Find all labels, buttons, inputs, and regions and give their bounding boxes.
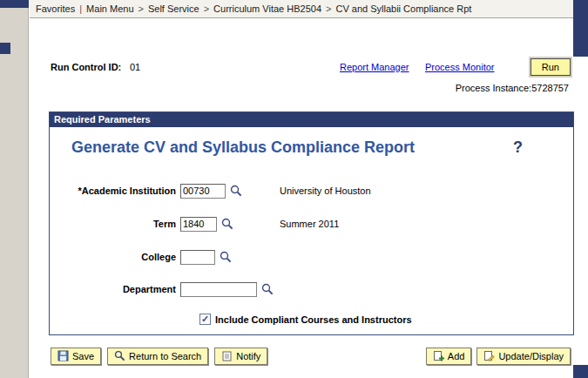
notify-button-label: Notify <box>236 351 260 361</box>
toolbar-right-group: Add Update/Display <box>426 348 571 365</box>
academic-institution-label: *Academic Institution <box>50 186 176 196</box>
department-label: Department <box>50 284 176 294</box>
college-label: College <box>50 252 176 262</box>
add-icon <box>433 350 444 363</box>
required-parameters-panel: Required Parameters Generate CV and Syll… <box>49 111 574 335</box>
college-row: College <box>50 248 573 266</box>
return-to-search-icon <box>114 350 125 363</box>
term-lookup-icon[interactable] <box>220 217 234 232</box>
include-compliant-checkbox[interactable]: ✓ <box>199 314 211 325</box>
page-title: Generate CV and Syllabus Compliance Repo… <box>71 138 415 157</box>
include-compliant-row: ✓ Include Compliant Courses and Instruct… <box>199 314 412 325</box>
right-frame-bottom <box>573 365 588 378</box>
update-display-button[interactable]: Update/Display <box>476 348 571 365</box>
term-input[interactable] <box>180 217 217 232</box>
academic-institution-row: *Academic Institution University of Hous… <box>50 182 573 199</box>
term-description: Summer 2011 <box>280 219 339 229</box>
academic-institution-description: University of Houston <box>280 186 371 196</box>
save-button-label: Save <box>72 351 94 361</box>
page-content: Favorites|Main Menu>Self Service>Curricu… <box>30 0 573 378</box>
checkbox-check-mark: ✓ <box>201 314 209 324</box>
college-input[interactable] <box>180 250 215 265</box>
help-icon[interactable]: ? <box>513 138 523 157</box>
department-lookup-icon[interactable] <box>260 282 274 297</box>
add-button-label: Add <box>448 351 465 361</box>
breadcrumb-favorites[interactable]: Favorites <box>36 3 75 14</box>
breadcrumb: Favorites|Main Menu>Self Service>Curricu… <box>30 0 573 18</box>
return-to-search-button[interactable]: Return to Search <box>107 348 208 365</box>
panel-header: Required Parameters <box>50 112 573 127</box>
breadcrumb-main-menu[interactable]: Main Menu <box>86 3 133 14</box>
college-lookup-icon[interactable] <box>218 250 233 265</box>
peoplesoft-run-control-page: Favorites|Main Menu>Self Service>Curricu… <box>0 0 588 378</box>
toolbar-left-group: Save Return to Search Notify <box>51 348 267 365</box>
breadcrumb-current-page: CV and Syllabii Compliance Rpt <box>335 3 471 14</box>
left-frame-strip <box>0 0 29 378</box>
top-left-corner-decoration <box>0 0 29 8</box>
page-toolbar: Save Return to Search Notify Add <box>30 348 573 367</box>
department-row: Department <box>50 280 573 298</box>
department-input[interactable] <box>180 282 257 297</box>
notify-icon <box>221 350 233 363</box>
update-display-button-label: Update/Display <box>498 351 564 361</box>
breadcrumb-separator: > <box>326 3 331 14</box>
process-instance-text: Process Instance:5728757 <box>456 83 569 93</box>
add-button[interactable]: Add <box>426 348 472 365</box>
report-manager-link[interactable]: Report Manager <box>340 62 409 72</box>
academic-institution-lookup-icon[interactable] <box>228 184 243 199</box>
notify-button[interactable]: Notify <box>214 348 267 365</box>
breadcrumb-curriculum-vitae[interactable]: Curriculum Vitae HB2504 <box>213 3 321 14</box>
update-display-icon <box>483 350 495 363</box>
term-row: Term Summer 2011 <box>50 215 573 233</box>
return-to-search-button-label: Return to Search <box>129 351 201 361</box>
term-label: Term <box>50 219 176 229</box>
run-button[interactable]: Run <box>531 58 571 76</box>
left-frame-decoration <box>0 43 10 54</box>
breadcrumb-self-service[interactable]: Self Service <box>148 3 199 14</box>
right-frame-top <box>573 0 588 57</box>
save-button[interactable]: Save <box>51 348 101 365</box>
breadcrumb-separator: > <box>139 3 144 14</box>
run-control-row: Run Control ID: 01 Report Manager Proces… <box>30 57 573 77</box>
run-control-id-label: Run Control ID: <box>51 62 121 72</box>
include-compliant-label: Include Compliant Courses and Instructor… <box>215 314 412 325</box>
run-control-id-value: 01 <box>130 62 140 72</box>
breadcrumb-separator: > <box>204 3 209 14</box>
process-monitor-link[interactable]: Process Monitor <box>425 62 494 72</box>
breadcrumb-separator: | <box>79 3 82 14</box>
save-icon <box>57 350 69 363</box>
academic-institution-input[interactable] <box>180 184 226 199</box>
